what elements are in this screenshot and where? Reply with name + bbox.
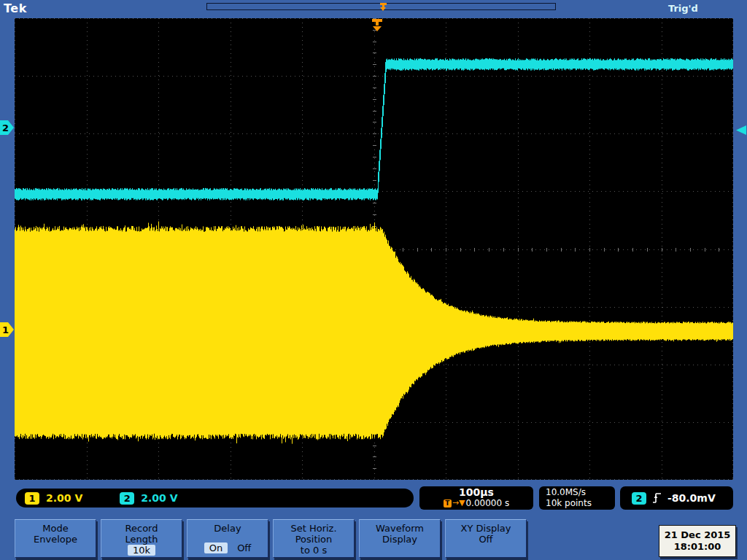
horizontal-readout: 100µs T→▼0.00000 s	[419, 486, 533, 510]
ch2-scale-readout: 2.00 V	[141, 492, 177, 504]
trigger-arrows-icon: →▼	[452, 498, 465, 508]
trigger-level-readout: -80.0mV	[667, 492, 716, 504]
menu-button-delay[interactable]: Delay On Off	[187, 519, 268, 558]
delay-off-option[interactable]: Off	[237, 542, 251, 553]
waveform-canvas	[15, 18, 733, 480]
menu-label: Length	[101, 534, 182, 545]
acquisition-readout: 10.0MS/s 10k points	[539, 486, 615, 510]
menu-label: to 0 s	[274, 545, 354, 556]
menu-label: Record	[101, 523, 182, 534]
menu-button-record-length[interactable]: Record Length 10k	[101, 519, 182, 558]
menu-button-xy-display[interactable]: XY Display Off	[445, 519, 527, 558]
menu-label: Waveform	[360, 523, 440, 534]
menu-label: Position	[274, 534, 354, 545]
channel-scale-bar: 1 2.00 V 2 2.00 V	[16, 489, 414, 508]
trigger-level-arrow-icon[interactable]	[736, 125, 746, 135]
date-time-box: 21 Dec 2015 18:01:00	[659, 525, 736, 557]
date-readout: 21 Dec 2015	[659, 529, 735, 541]
t-stem	[376, 22, 379, 26]
trigger-position-readout: 0.00000 s	[465, 498, 509, 508]
rising-edge-icon	[652, 491, 662, 505]
trigger-status: Trig'd	[668, 3, 698, 14]
ch1-ground-marker[interactable]: 1	[0, 322, 14, 337]
horizontal-position-bar[interactable]	[206, 3, 556, 10]
menu-button-set-horizontal-position[interactable]: Set Horiz. Position to 0 s	[273, 519, 355, 558]
horizontal-trigger-position-icon[interactable]	[379, 3, 387, 12]
waveform-display	[15, 18, 733, 480]
delay-on-option[interactable]: On	[204, 542, 228, 553]
trigger-readout: 2 -80.0mV	[620, 486, 733, 510]
ch2-ground-marker[interactable]: 2	[0, 120, 14, 135]
record-length-value[interactable]: 10k	[128, 545, 155, 556]
record-points-readout: 10k points	[546, 498, 615, 509]
trigger-point-marker-icon[interactable]	[371, 19, 383, 31]
menu-label: XY Display	[446, 523, 526, 534]
menu-label: Set Horiz.	[274, 523, 354, 534]
sample-rate-readout: 10.0MS/s	[546, 487, 615, 498]
menu-value: Off	[446, 534, 526, 545]
time-per-div-readout: 100µs	[419, 487, 533, 498]
menu-label: Display	[360, 534, 440, 545]
ch1-badge[interactable]: 1	[25, 492, 39, 505]
ch2-badge[interactable]: 2	[120, 492, 134, 505]
menu-button-waveform-display[interactable]: Waveform Display	[359, 519, 441, 558]
down-arrow-icon	[380, 7, 386, 11]
trigger-source-badge: 2	[632, 492, 646, 505]
time-readout: 18:01:00	[659, 541, 735, 553]
menu-button-mode[interactable]: Mode Envelope	[15, 519, 96, 558]
menu-label: Delay	[187, 523, 268, 534]
down-arrow-icon	[373, 26, 382, 31]
trigger-t-icon: T	[444, 499, 452, 508]
menu-label: Mode	[15, 523, 96, 534]
brand-logo: Tek	[4, 1, 27, 15]
ch1-scale-readout: 2.00 V	[46, 492, 82, 504]
menu-value: Envelope	[15, 534, 96, 545]
